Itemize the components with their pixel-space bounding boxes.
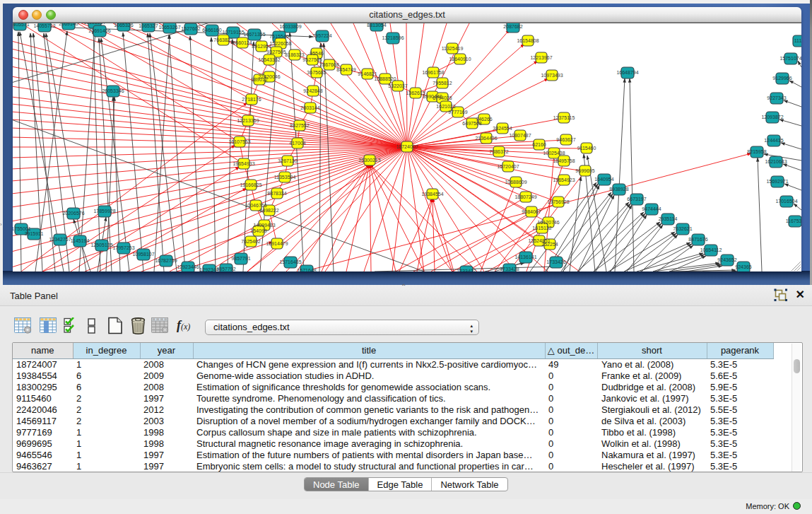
svg-text:7386372: 7386372 <box>489 149 508 154</box>
svg-text:15720407: 15720407 <box>497 164 519 169</box>
svg-text:16671355: 16671355 <box>243 32 265 37</box>
svg-text:25300213: 25300213 <box>358 158 380 163</box>
svg-text:1640954: 1640954 <box>594 177 613 182</box>
svg-text:9777169: 9777169 <box>448 110 467 115</box>
svg-text:7955812: 7955812 <box>433 81 452 86</box>
svg-text:6673197: 6673197 <box>627 197 646 201</box>
svg-text:1167534: 1167534 <box>786 218 801 223</box>
svg-text:9498222: 9498222 <box>259 208 278 213</box>
svg-text:1065326: 1065326 <box>114 23 133 28</box>
svg-text:18495758: 18495758 <box>553 158 575 163</box>
svg-text:15751074: 15751074 <box>779 56 801 61</box>
svg-text:5322037: 5322037 <box>388 83 407 88</box>
svg-text:12923446: 12923446 <box>177 264 199 269</box>
svg-text:154099: 154099 <box>250 228 266 233</box>
svg-text:12213369: 12213369 <box>237 118 259 123</box>
svg-text:1145194: 1145194 <box>71 238 90 243</box>
svg-text:12093872: 12093872 <box>761 115 783 119</box>
svg-text:15692971: 15692971 <box>766 179 788 184</box>
svg-text:18724007: 18724007 <box>396 144 418 149</box>
svg-text:2718176: 2718176 <box>242 97 261 102</box>
svg-text:10973493: 10973493 <box>541 73 563 78</box>
svg-text:9242848: 9242848 <box>303 88 322 93</box>
svg-text:6466160: 6466160 <box>202 28 221 33</box>
svg-text:9327505: 9327505 <box>266 49 286 54</box>
svg-text:3267130: 3267130 <box>278 158 297 163</box>
svg-text:13218596: 13218596 <box>382 35 404 40</box>
svg-text:8215958: 8215958 <box>747 149 766 154</box>
svg-text:12375115: 12375115 <box>553 115 575 120</box>
svg-text:11353594: 11353594 <box>274 175 296 180</box>
svg-text:989012: 989012 <box>251 77 267 82</box>
svg-text:15888520: 15888520 <box>374 76 396 81</box>
svg-text:9857791: 9857791 <box>231 256 250 261</box>
svg-text:16648794: 16648794 <box>616 70 638 75</box>
svg-text:8912954: 8912954 <box>252 44 271 49</box>
svg-text:1527602: 1527602 <box>181 26 200 31</box>
svg-text:9527505: 9527505 <box>302 57 322 62</box>
svg-text:18640910: 18640910 <box>449 57 471 62</box>
svg-text:14055712: 14055712 <box>33 23 55 28</box>
svg-text:95546: 95546 <box>310 51 324 56</box>
svg-text:10807487: 10807487 <box>509 133 531 138</box>
svg-text:9146821: 9146821 <box>358 71 377 76</box>
svg-text:8471676: 8471676 <box>688 237 707 242</box>
svg-text:1244415: 1244415 <box>764 138 783 143</box>
svg-text:9084067: 9084067 <box>522 209 541 214</box>
svg-text:10719155: 10719155 <box>222 30 244 35</box>
svg-text:2803144: 2803144 <box>300 105 319 110</box>
svg-text:16782759: 16782759 <box>155 258 177 263</box>
svg-text:8813054: 8813054 <box>367 23 386 28</box>
svg-text:14136141: 14136141 <box>514 255 536 259</box>
svg-text:26053346: 26053346 <box>102 88 124 93</box>
svg-text:12505135: 12505135 <box>90 243 112 247</box>
svg-text:20206576: 20206576 <box>62 211 84 216</box>
svg-text:1621022: 1621022 <box>436 104 455 109</box>
svg-text:9699695: 9699695 <box>575 168 594 173</box>
svg-text:8454749: 8454749 <box>336 67 355 72</box>
svg-text:1405571: 1405571 <box>13 23 30 27</box>
svg-text:17859928: 17859928 <box>93 209 115 214</box>
svg-text:16210643: 16210643 <box>765 159 787 164</box>
svg-text:7957224: 7957224 <box>312 33 331 38</box>
svg-text:16033809: 16033809 <box>279 24 301 29</box>
svg-text:1615132: 1615132 <box>532 226 551 230</box>
svg-text:8878334: 8878334 <box>267 191 286 196</box>
svg-text:3915911: 3915911 <box>25 231 44 236</box>
svg-text:11325419: 11325419 <box>442 46 464 51</box>
svg-text:18807249: 18807249 <box>514 194 536 199</box>
svg-text:17016504: 17016504 <box>775 199 797 204</box>
svg-text:16543362: 16543362 <box>258 57 280 62</box>
svg-text:19756928: 19756928 <box>547 199 569 204</box>
svg-text:17957253: 17957253 <box>112 245 134 250</box>
svg-text:14099483: 14099483 <box>253 223 275 228</box>
svg-text:9227343: 9227343 <box>767 95 786 100</box>
svg-text:(x): (x) <box>181 322 190 332</box>
svg-text:19654923: 19654923 <box>553 177 575 182</box>
svg-text:2867608: 2867608 <box>319 62 339 67</box>
svg-text:21364436: 21364436 <box>475 136 497 141</box>
svg-text:2935114: 2935114 <box>659 216 678 221</box>
svg-text:7663822: 7663822 <box>213 37 233 42</box>
svg-text:15226058: 15226058 <box>269 41 291 46</box>
svg-text:19166825: 19166825 <box>240 182 261 187</box>
svg-text:19384554: 19384554 <box>421 192 443 197</box>
svg-text:417004: 417004 <box>289 141 305 146</box>
svg-text:1117: 1117 <box>794 38 801 43</box>
svg-text:10046766: 10046766 <box>245 203 266 208</box>
svg-text:3675685: 3675685 <box>307 70 326 75</box>
svg-text:924365: 924365 <box>735 264 751 269</box>
svg-text:8938928: 8938928 <box>609 187 628 192</box>
svg-text:19654933: 19654933 <box>233 161 254 166</box>
svg-text:6794028: 6794028 <box>433 95 452 100</box>
svg-text:9115460: 9115460 <box>577 146 596 151</box>
svg-text:1755001: 1755001 <box>13 226 31 231</box>
svg-text:9129966: 9129966 <box>772 76 792 81</box>
svg-text:7515546: 7515546 <box>269 34 288 39</box>
svg-text:1571648: 1571648 <box>297 268 316 271</box>
svg-text:746266: 746266 <box>476 117 492 122</box>
svg-text:2087682: 2087682 <box>503 24 522 29</box>
svg-text:1733427: 1733427 <box>457 269 476 271</box>
svg-text:9463627: 9463627 <box>556 137 575 142</box>
svg-text:8186323: 8186323 <box>285 52 304 57</box>
